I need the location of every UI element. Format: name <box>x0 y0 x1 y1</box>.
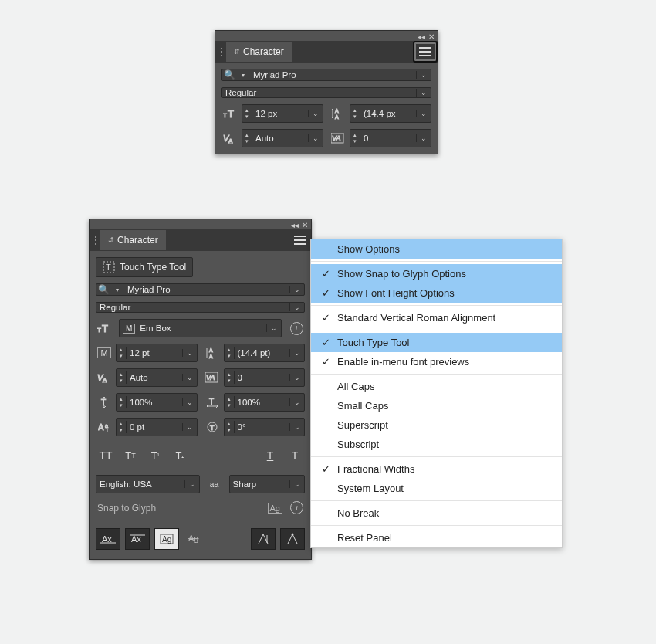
check-icon: ✓ <box>317 287 334 299</box>
chevron-down-icon[interactable]: ⌄ <box>182 349 197 357</box>
horizontal-scale-field[interactable]: ▴▾ 100% ⌄ <box>224 393 306 412</box>
stepper-icon[interactable]: ▴▾ <box>117 371 127 384</box>
panel-menu-button[interactable] <box>413 41 438 63</box>
chevron-down-icon[interactable]: ⌄ <box>182 398 197 406</box>
chevron-down-icon[interactable]: ⌄ <box>289 303 304 311</box>
chevron-down-icon[interactable]: ⌄ <box>308 134 323 142</box>
chevron-down-icon[interactable]: ⌄ <box>289 480 304 488</box>
menu-item[interactable]: No Break <box>311 503 562 523</box>
snap-angular-button[interactable] <box>251 528 276 550</box>
superscript-icon[interactable]: T¹ <box>147 447 164 464</box>
language-field[interactable]: English: USA ⌄ <box>96 475 200 493</box>
font-size-field[interactable]: ▴▾ 12 pt ⌄ <box>116 344 198 362</box>
font-style-field[interactable]: Regular ⌄ <box>96 302 305 313</box>
glyph-preview-icon[interactable]: Ag <box>268 503 282 514</box>
vertical-scale-field[interactable]: ▴▾ 100% ⌄ <box>116 393 198 412</box>
stepper-icon[interactable]: ▴▾ <box>242 132 252 144</box>
snap-anchor-button[interactable] <box>280 528 305 550</box>
height-ref-field[interactable]: MEm Box ⌄ <box>119 319 282 337</box>
menu-item[interactable]: Show Options <box>311 239 562 259</box>
stepper-icon[interactable]: ▴▾ <box>225 347 235 359</box>
menu-item[interactable]: ✓Enable in-menu font previews <box>311 352 562 371</box>
snap-proximity-button[interactable]: Ag <box>184 528 207 548</box>
stepper-icon[interactable]: ▴▾ <box>350 132 360 144</box>
chevron-down-icon[interactable]: ⌄ <box>266 324 281 332</box>
svg-text:A: A <box>335 114 339 120</box>
font-family-field[interactable]: 🔍 ▾ Myriad Pro ⌄ <box>96 283 305 296</box>
subscript-icon[interactable]: T₁ <box>171 447 188 464</box>
tab-character[interactable]: ⇵ Character <box>226 42 292 62</box>
chevron-down-icon[interactable]: ⌄ <box>416 89 431 97</box>
stepper-icon[interactable]: ▴▾ <box>242 107 252 120</box>
menu-item[interactable]: Superscript <box>311 415 562 435</box>
search-icon: 🔍 <box>222 69 236 80</box>
chevron-down-icon[interactable]: ⌄ <box>308 110 323 117</box>
chevron-down-icon[interactable]: ⌄ <box>416 110 431 117</box>
chevron-down-icon[interactable]: ⌄ <box>416 134 431 142</box>
kerning-field[interactable]: ▴▾ Auto ⌄ <box>116 368 198 387</box>
svg-text:A: A <box>228 137 233 144</box>
menu-item[interactable]: Reset Panel <box>311 528 562 547</box>
snap-glyph-bounds-button[interactable]: Ag <box>154 528 179 550</box>
chevron-down-icon[interactable]: ⌄ <box>416 71 431 79</box>
stepper-icon[interactable]: ▴▾ <box>225 396 235 408</box>
font-style-field[interactable]: Regular ⌄ <box>221 87 431 98</box>
chevron-down-icon[interactable]: ⌄ <box>182 423 197 431</box>
menu-item[interactable]: Subscript <box>311 435 562 454</box>
close-icon[interactable]: ✕ <box>302 221 308 229</box>
underline-icon[interactable]: T <box>262 447 279 464</box>
menu-item[interactable]: ✓Standard Vertical Roman Alignment <box>311 308 562 327</box>
tab-gripper-icon[interactable] <box>215 41 226 63</box>
menu-item[interactable]: All Caps <box>311 377 562 396</box>
collapse-icon[interactable]: ◂◂ <box>418 32 425 41</box>
panel-flyout-menu[interactable]: Show Options✓Show Snap to Glyph Options✓… <box>310 239 563 548</box>
menu-item[interactable]: ✓Touch Type Tool <box>311 333 562 352</box>
panel-menu-button[interactable] <box>289 231 311 249</box>
menu-item-label: Touch Type Tool <box>334 337 556 348</box>
chevron-down-icon[interactable]: ⌄ <box>289 398 304 406</box>
info-icon[interactable]: i <box>288 322 305 335</box>
chevron-down-icon[interactable]: ⌄ <box>289 349 304 357</box>
kerning-field[interactable]: ▴▾ Auto ⌄ <box>242 129 323 147</box>
menu-item[interactable]: System Layout <box>311 479 562 498</box>
stepper-icon[interactable]: ▴▾ <box>225 371 235 384</box>
small-caps-icon[interactable]: TT <box>122 447 139 464</box>
tab-character[interactable]: ⇵ Character <box>100 230 166 250</box>
stepper-icon[interactable]: ▴▾ <box>117 421 127 433</box>
stepper-icon[interactable]: ▴▾ <box>117 396 127 408</box>
svg-text:T: T <box>228 108 234 119</box>
leading-field[interactable]: ▴▾ (14.4 pt) ⌄ <box>224 344 306 362</box>
baseline-shift-field[interactable]: ▴▾ 0 pt ⌄ <box>116 418 198 436</box>
snap-to-glyph-row: Snap to Glyph Ag i <box>96 500 305 519</box>
info-icon[interactable]: i <box>290 501 303 514</box>
snap-baseline-button[interactable]: Ax <box>96 528 120 550</box>
tracking-field[interactable]: ▴▾ 0 ⌄ <box>350 129 431 147</box>
chevron-down-icon[interactable]: ⌄ <box>289 423 304 431</box>
touch-type-tool-button[interactable]: T Touch Type Tool <box>96 257 193 277</box>
chevron-down-icon[interactable]: ⌄ <box>289 286 304 293</box>
chevron-down-icon[interactable]: ⌄ <box>289 374 304 381</box>
strikethrough-icon[interactable]: T <box>286 447 303 464</box>
menu-item[interactable]: ✓Fractional Widths <box>311 459 562 479</box>
chevron-down-icon[interactable]: ⌄ <box>184 480 199 488</box>
menu-item-label: Standard Vertical Roman Alignment <box>334 312 556 324</box>
close-icon[interactable]: ✕ <box>428 32 435 41</box>
tab-label: Character <box>117 235 158 246</box>
leading-field[interactable]: ▴▾ (14.4 px ⌄ <box>350 104 431 123</box>
stepper-icon[interactable]: ▴▾ <box>225 421 235 433</box>
tracking-field[interactable]: ▴▾ 0 ⌄ <box>224 368 306 387</box>
menu-item[interactable]: ✓Show Font Height Options <box>311 283 562 303</box>
chevron-down-icon[interactable]: ⌄ <box>182 374 197 381</box>
font-family-field[interactable]: 🔍 ▾ Myriad Pro ⌄ <box>221 69 431 81</box>
stepper-icon[interactable]: ▴▾ <box>350 107 360 120</box>
snap-xheight-button[interactable]: Ax <box>125 528 150 550</box>
collapse-icon[interactable]: ◂◂ <box>291 221 299 229</box>
stepper-icon[interactable]: ▴▾ <box>117 347 127 359</box>
tab-gripper-icon[interactable] <box>90 229 100 251</box>
menu-item[interactable]: ✓Show Snap to Glyph Options <box>311 264 562 283</box>
rotation-field[interactable]: ▴▾ 0° ⌄ <box>224 418 306 436</box>
menu-item[interactable]: Small Caps <box>311 396 562 415</box>
all-caps-icon[interactable]: TT <box>97 447 114 464</box>
font-size-field[interactable]: ▴▾ 12 px ⌄ <box>242 104 323 123</box>
antialias-field[interactable]: Sharp ⌄ <box>229 475 305 493</box>
